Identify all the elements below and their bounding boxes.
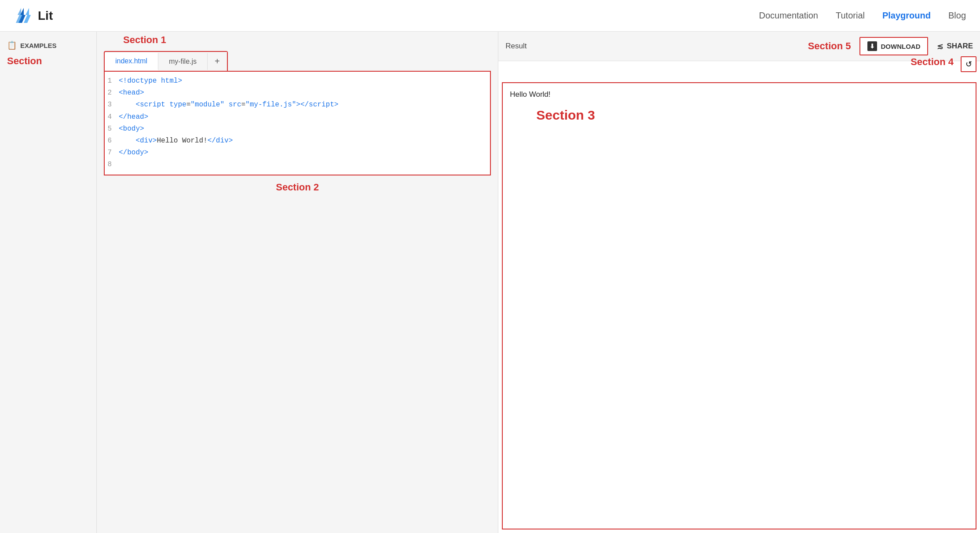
section4-label: Section 4 <box>911 56 954 68</box>
nav-links: Documentation Tutorial Playground Blog <box>759 11 966 21</box>
sidebar-title: 📋 EXAMPLES <box>7 40 89 50</box>
sidebar-title-text: EXAMPLES <box>20 42 57 49</box>
line-num-4: 4 <box>105 111 119 123</box>
line-content-1: <!doctype html> <box>119 75 182 87</box>
tab-index-html[interactable]: index.html <box>105 53 158 70</box>
nav-tutorial[interactable]: Tutorial <box>836 11 865 21</box>
line-num-3: 3 <box>105 99 119 111</box>
code-editor[interactable]: 1 <!doctype html> 2 <head> 3 <script typ… <box>104 71 491 175</box>
nav-playground[interactable]: Playground <box>882 11 931 21</box>
logo-text: Lit <box>38 9 53 23</box>
code-line-5: 5 <body> <box>105 123 490 135</box>
main-layout: 📋 EXAMPLES Section Section 1 index.html … <box>0 32 980 533</box>
download-label: DOWNLOAD <box>881 43 920 50</box>
examples-icon: 📋 <box>7 40 17 50</box>
code-line-6: 6 <div>Hello World!</div> <box>105 135 490 147</box>
code-line-4: 4 </head> <box>105 111 490 123</box>
line-num-5: 5 <box>105 123 119 135</box>
tab-my-file-js[interactable]: my-file.js <box>158 53 208 70</box>
line-content-5: <body> <box>119 123 144 135</box>
share-button[interactable]: ≲ SHARE <box>937 42 973 51</box>
section5-label: Section 5 <box>808 40 851 52</box>
line-content-7: </body> <box>119 147 148 159</box>
code-line-7: 7 </body> <box>105 147 490 159</box>
top-nav: Lit Documentation Tutorial Playground Bl… <box>0 0 980 32</box>
sidebar: 📋 EXAMPLES Section <box>0 32 97 533</box>
line-content-6: <div>Hello World!</div> <box>119 135 233 147</box>
reload-icon: ↺ <box>965 59 972 69</box>
result-header: Result Section 5 ⬇ DOWNLOAD ≲ SHARE <box>498 32 980 61</box>
share-icon: ≲ <box>937 42 943 51</box>
logo-area: Lit <box>14 6 53 26</box>
result-hello-world: Hello World! <box>510 90 969 99</box>
line-num-8: 8 <box>105 159 119 171</box>
line-content-3: <script type="module" src="my-file.js"><… <box>119 99 338 111</box>
nav-documentation[interactable]: Documentation <box>759 11 818 21</box>
reload-button[interactable]: ↺ <box>961 56 976 72</box>
line-content-2: <head> <box>119 87 144 99</box>
line-num-7: 7 <box>105 147 119 159</box>
download-button[interactable]: ⬇ DOWNLOAD <box>859 37 928 55</box>
code-line-1: 1 <!doctype html> <box>105 75 490 87</box>
section3-label: Section 3 <box>536 108 969 123</box>
line-num-2: 2 <box>105 87 119 99</box>
line-num-6: 6 <box>105 135 119 147</box>
lit-logo-icon <box>14 6 33 26</box>
code-line-2: 2 <head> <box>105 87 490 99</box>
line-content-8 <box>119 159 123 171</box>
line-num-1: 1 <box>105 75 119 87</box>
tabs-bar: index.html my-file.js + <box>104 51 228 71</box>
download-icon: ⬇ <box>867 41 877 51</box>
code-line-8: 8 <box>105 159 490 171</box>
result-controls: Section 5 ⬇ DOWNLOAD ≲ SHARE <box>808 37 973 55</box>
sidebar-section-label: Section <box>7 55 89 67</box>
editor-area: Section 1 index.html my-file.js + 1 <!do… <box>97 32 498 533</box>
section1-label: Section 1 <box>123 34 166 46</box>
result-label: Result <box>505 42 527 51</box>
add-tab-button[interactable]: + <box>208 52 227 71</box>
code-line-3: 3 <script type="module" src="my-file.js"… <box>105 99 490 111</box>
right-panel: Result Section 5 ⬇ DOWNLOAD ≲ SHARE Sect… <box>498 32 980 533</box>
line-content-4: </head> <box>119 111 148 123</box>
result-content: Hello World! Section 3 <box>502 82 976 529</box>
section2-label: Section 2 <box>97 182 498 193</box>
nav-blog[interactable]: Blog <box>948 11 966 21</box>
share-label: SHARE <box>947 42 973 51</box>
